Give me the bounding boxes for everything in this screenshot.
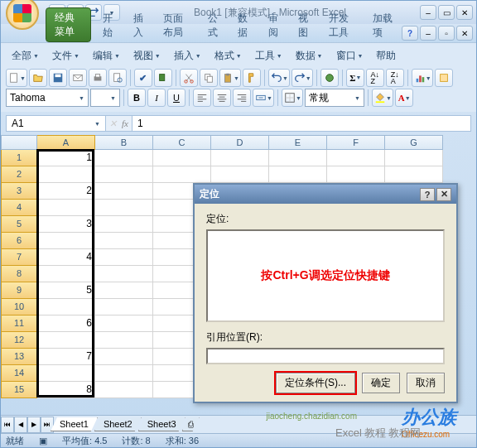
italic-icon[interactable]: I	[147, 89, 166, 107]
row-header-3[interactable]: 3	[1, 183, 37, 200]
cell[interactable]	[95, 282, 153, 299]
row-header-12[interactable]: 12	[1, 332, 37, 349]
quick-print-icon[interactable]	[89, 69, 107, 87]
cell[interactable]	[95, 233, 153, 249]
tab-classic-menu[interactable]: 经典菜单	[46, 7, 91, 42]
col-header-G[interactable]: G	[385, 135, 443, 150]
cut-icon[interactable]	[180, 69, 198, 87]
tab-nav-first-icon[interactable]: ⏮	[1, 417, 14, 433]
cell[interactable]	[385, 150, 443, 166]
spellcheck-icon[interactable]: ✔	[134, 69, 152, 87]
menu-tools[interactable]: 工具▼	[249, 46, 288, 65]
bold-icon[interactable]: B	[128, 89, 146, 107]
tab-dev[interactable]: 开发工具	[320, 9, 364, 42]
doc-close-button[interactable]: ✕	[456, 26, 473, 41]
cell[interactable]: 4	[37, 249, 95, 266]
menu-all[interactable]: 全部▼	[6, 46, 45, 65]
tab-insert[interactable]: 插入	[125, 9, 156, 42]
cell[interactable]	[95, 349, 153, 365]
cell[interactable]	[327, 166, 385, 183]
new-icon[interactable]: ▼	[6, 69, 27, 87]
cell[interactable]	[37, 365, 95, 382]
cell[interactable]	[153, 150, 211, 166]
tab-nav-next-icon[interactable]: ▶	[27, 417, 41, 433]
cell[interactable]	[95, 266, 153, 282]
minimize-button[interactable]: –	[420, 5, 436, 20]
menu-view[interactable]: 视图▼	[128, 46, 166, 65]
cell[interactable]	[211, 150, 269, 166]
row-header-13[interactable]: 13	[1, 349, 37, 365]
ok-button[interactable]: 确定	[362, 373, 400, 393]
ribbon-min-button[interactable]: –	[420, 26, 436, 41]
copy-icon[interactable]	[200, 69, 218, 87]
col-header-B[interactable]: B	[95, 135, 153, 150]
menu-file[interactable]: 文件▼	[46, 46, 85, 65]
sheet-tab-1[interactable]: Sheet1	[51, 417, 98, 431]
cell[interactable]	[95, 249, 153, 266]
col-header-F[interactable]: F	[327, 135, 385, 150]
cell[interactable]: 7	[37, 349, 95, 365]
font-color-icon[interactable]: A▼	[395, 89, 413, 107]
redo-icon-2[interactable]: ▼	[292, 69, 313, 87]
cell[interactable]	[95, 200, 153, 216]
sort-asc-icon[interactable]: A↓Z	[366, 69, 384, 87]
row-header-2[interactable]: 2	[1, 166, 37, 183]
cell[interactable]: 1	[37, 150, 95, 166]
menu-data[interactable]: 数据▼	[290, 46, 329, 65]
cell[interactable]: 5	[37, 282, 95, 299]
cell[interactable]	[385, 166, 443, 183]
col-header-A[interactable]: A	[37, 135, 95, 150]
cell[interactable]	[95, 166, 153, 183]
save-icon-2[interactable]	[49, 69, 67, 87]
border-icon[interactable]: ▼	[282, 89, 303, 107]
dialog-help-icon[interactable]: ?	[420, 188, 435, 201]
menu-edit[interactable]: 编辑▼	[87, 46, 126, 65]
chart-icon[interactable]: ▼	[412, 69, 433, 87]
undo-icon-2[interactable]: ▼	[268, 69, 290, 87]
close-button[interactable]: ✕	[456, 5, 473, 20]
font-size-select[interactable]: ▼	[90, 89, 120, 107]
align-left-icon[interactable]	[193, 89, 211, 107]
cell[interactable]	[95, 332, 153, 349]
cell[interactable]	[37, 332, 95, 349]
special-button[interactable]: 定位条件(S)...	[276, 373, 355, 393]
name-box[interactable]: A1▼	[7, 116, 106, 131]
row-header-11[interactable]: 11	[1, 316, 37, 332]
cell[interactable]	[269, 166, 327, 183]
record-macro-icon[interactable]: ▣	[39, 436, 47, 446]
cell[interactable]: 3	[37, 216, 95, 233]
cell[interactable]	[95, 150, 153, 166]
select-all-corner[interactable]	[1, 135, 37, 150]
reference-input[interactable]	[206, 348, 445, 364]
print-preview-icon[interactable]	[108, 69, 127, 87]
new-sheet-icon[interactable]: ⎙	[182, 417, 200, 431]
cell[interactable]	[95, 316, 153, 332]
cell[interactable]	[37, 166, 95, 183]
row-header-10[interactable]: 10	[1, 299, 37, 316]
menu-format[interactable]: 格式▼	[209, 46, 248, 65]
ribbon-restore-button[interactable]: ▫	[438, 26, 455, 41]
help-button[interactable]: ?	[402, 26, 418, 41]
row-header-7[interactable]: 7	[1, 249, 37, 266]
cell[interactable]	[37, 299, 95, 316]
underline-icon[interactable]: U	[167, 89, 186, 107]
cancel-edit-icon[interactable]: ✕	[109, 118, 117, 129]
cell[interactable]	[37, 266, 95, 282]
fx-icon[interactable]: fx	[122, 118, 128, 128]
tab-addin[interactable]: 加载项	[364, 9, 402, 42]
cell[interactable]	[269, 150, 327, 166]
row-header-8[interactable]: 8	[1, 266, 37, 282]
cell[interactable]	[95, 216, 153, 233]
format-painter-icon[interactable]	[243, 69, 261, 87]
tab-nav-prev-icon[interactable]: ◀	[14, 417, 27, 433]
row-header-4[interactable]: 4	[1, 200, 37, 216]
merge-icon[interactable]: ▼	[253, 89, 274, 107]
sheet-tab-2[interactable]: Sheet2	[94, 417, 142, 431]
autosum-icon[interactable]: Σ▼	[346, 69, 364, 87]
row-header-6[interactable]: 6	[1, 233, 37, 249]
row-header-1[interactable]: 1	[1, 150, 37, 166]
cell[interactable]	[153, 166, 211, 183]
col-header-D[interactable]: D	[211, 135, 269, 150]
align-right-icon[interactable]	[233, 89, 251, 107]
menu-insert[interactable]: 插入▼	[168, 46, 207, 65]
